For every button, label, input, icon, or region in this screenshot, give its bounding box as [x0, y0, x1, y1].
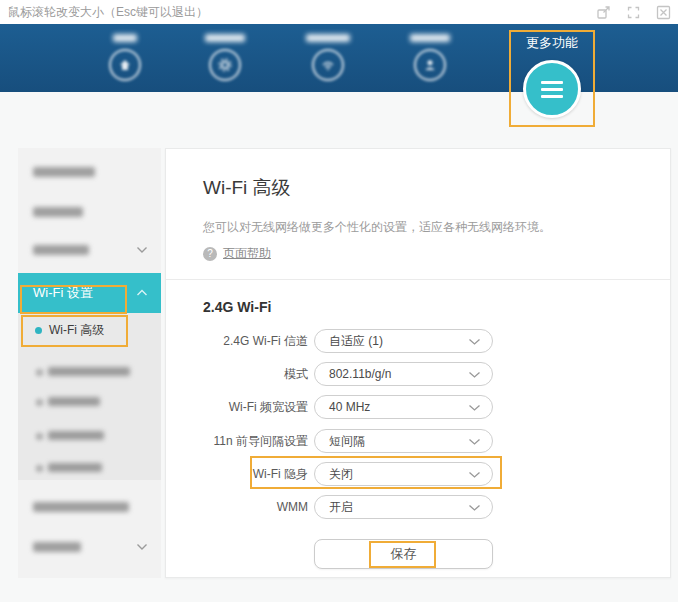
chevron-down-icon: [468, 371, 481, 379]
blurred-nav-label: [306, 34, 350, 42]
chevron-up-icon: [136, 289, 148, 297]
section-title-24g-wifi: 2.4G Wi-Fi: [203, 299, 271, 315]
help-link-label: 页面帮助: [223, 245, 271, 262]
home-icon: [109, 49, 141, 81]
dropdown-selected-value: 短间隔: [329, 430, 365, 452]
dropdown-selected-value: 802.11b/g/n: [329, 363, 392, 385]
nav-item-more-features[interactable]: 更多功能: [509, 30, 595, 127]
blurred-sidebar-subitem[interactable]: [48, 431, 104, 440]
blurred-sidebar-item[interactable]: [33, 502, 129, 512]
blurred-sidebar-subitem[interactable]: [48, 463, 102, 472]
dropdown-selected-value: 关闭: [329, 463, 353, 485]
dropdown-select[interactable]: 40 MHz: [314, 395, 493, 419]
dropdown-selected-value: 自适应 (1): [329, 330, 383, 352]
form-row: Wi-Fi 隐身 关闭: [166, 462, 672, 486]
dropdown-select[interactable]: 开启: [314, 495, 493, 519]
chevron-down-icon: [468, 471, 481, 479]
sidebar: Wi-Fi 设置 Wi-Fi 高级: [18, 148, 161, 578]
form-row: 11n 前导间隔设置 短间隔: [166, 429, 672, 453]
blurred-bullet: [36, 399, 43, 406]
blurred-sidebar-item[interactable]: [33, 542, 81, 552]
field-label: 11n 前导间隔设置: [166, 429, 308, 453]
gear-icon: [209, 49, 241, 81]
blurred-bullet: [36, 433, 43, 440]
page-help-link[interactable]: ? 页面帮助: [203, 245, 271, 262]
sidebar-item-wifi-settings[interactable]: Wi-Fi 设置: [18, 273, 161, 313]
hamburger-menu-icon[interactable]: [523, 60, 581, 118]
dropdown-select[interactable]: 短间隔: [314, 429, 493, 453]
blurred-nav-label: [205, 34, 245, 42]
window-controls: [595, 4, 672, 21]
blurred-bullet: [36, 465, 43, 472]
form-row: 2.4G Wi-Fi 信道 自适应 (1): [166, 329, 672, 353]
blurred-sidebar-item[interactable]: [33, 245, 89, 255]
close-icon[interactable]: [655, 4, 672, 21]
field-label: 2.4G Wi-Fi 信道: [166, 329, 308, 353]
chevron-down-icon: [468, 504, 481, 512]
chevron-down-icon: [136, 543, 148, 551]
window-title: 鼠标滚轮改变大小（Esc键可以退出）: [8, 0, 208, 24]
dropdown-selected-value: 40 MHz: [329, 396, 370, 418]
dropdown-select[interactable]: 802.11b/g/n: [314, 362, 493, 386]
divider: [166, 279, 670, 280]
chevron-down-icon: [136, 246, 148, 254]
sidebar-item-wifi-advanced[interactable]: Wi-Fi 高级: [18, 313, 161, 347]
user-icon: [414, 49, 446, 81]
field-label: Wi-Fi 隐身: [166, 462, 308, 486]
dropdown-selected-value: 开启: [329, 496, 353, 518]
wifi-icon: [312, 49, 344, 81]
popout-icon[interactable]: [595, 4, 612, 21]
chevron-down-icon: [468, 338, 481, 346]
form-row: Wi-Fi 频宽设置 40 MHz: [166, 395, 672, 419]
chevron-down-icon: [468, 404, 481, 412]
nav-item-home[interactable]: [93, 32, 157, 81]
page-title: Wi-Fi 高级: [203, 175, 291, 201]
help-icon: ?: [203, 247, 217, 261]
blurred-sidebar-subitem[interactable]: [48, 397, 100, 406]
form-row: WMM 开启: [166, 495, 672, 519]
blurred-nav-label: [410, 34, 450, 42]
nav-item-user[interactable]: [398, 32, 462, 81]
blurred-sidebar-subitem[interactable]: [48, 367, 130, 376]
chevron-down-icon: [468, 438, 481, 446]
nav-item-wifi[interactable]: [296, 32, 360, 81]
blurred-sidebar-item[interactable]: [33, 207, 83, 217]
page-description: 您可以对无线网络做更多个性化的设置，适应各种无线网络环境。: [203, 219, 551, 236]
dropdown-select[interactable]: 自适应 (1): [314, 329, 493, 353]
field-label: 模式: [166, 362, 308, 386]
dropdown-select[interactable]: 关闭: [314, 462, 493, 486]
blurred-nav-label: [113, 34, 137, 42]
blurred-bullet: [36, 369, 43, 376]
form-row: 模式 802.11b/g/n: [166, 362, 672, 386]
fullscreen-icon[interactable]: [625, 4, 642, 21]
sidebar-item-label: Wi-Fi 高级: [49, 313, 104, 347]
sidebar-item-label: Wi-Fi 设置: [33, 273, 93, 313]
save-button[interactable]: 保存: [314, 539, 493, 569]
active-bullet-icon: [35, 327, 42, 334]
more-features-label: 更多功能: [509, 35, 595, 51]
window-titlebar: 鼠标滚轮改变大小（Esc键可以退出）: [0, 0, 678, 24]
main-panel: Wi-Fi 高级 您可以对无线网络做更多个性化的设置，适应各种无线网络环境。 ?…: [165, 148, 671, 578]
wifi-settings-submenu: Wi-Fi 高级: [18, 313, 161, 480]
nav-item-settings[interactable]: [193, 32, 257, 81]
blurred-sidebar-item[interactable]: [33, 167, 95, 177]
field-label: Wi-Fi 频宽设置: [166, 395, 308, 419]
field-label: WMM: [166, 495, 308, 519]
